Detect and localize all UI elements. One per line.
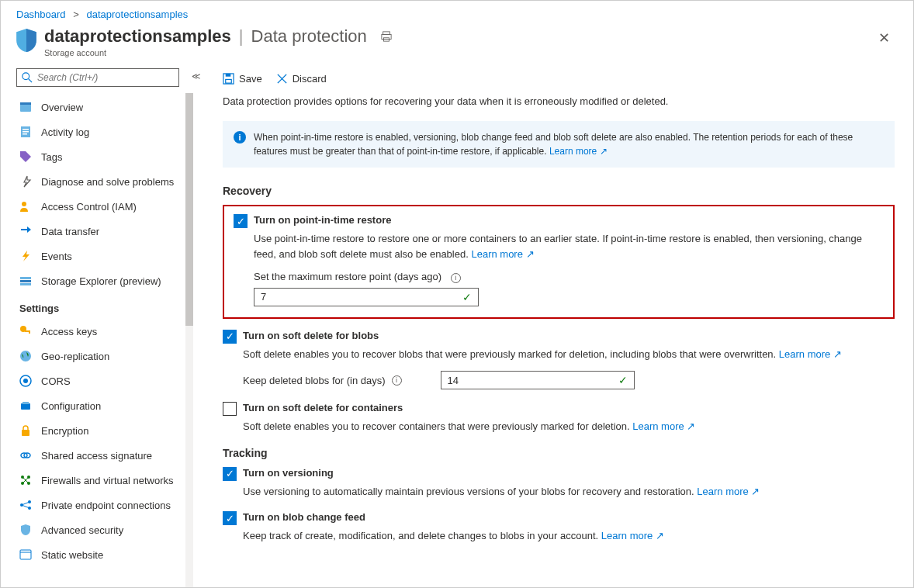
label-change-feed: Turn on blob change feed — [243, 511, 365, 523]
svg-point-11 — [22, 202, 26, 206]
lock-icon — [19, 424, 32, 437]
nav-label: Configuration — [41, 400, 101, 412]
input-pitr-days[interactable]: 7 ✓ — [254, 288, 479, 306]
nav-label: Encryption — [41, 425, 88, 437]
input-soft-delete-blobs-days[interactable]: 14 ✓ — [441, 371, 635, 389]
learn-more-soft-delete-containers[interactable]: Learn more ↗ — [632, 420, 695, 432]
checkbox-versioning[interactable]: ✓ — [223, 467, 237, 481]
svg-rect-12 — [20, 277, 31, 279]
checkbox-soft-delete-containers[interactable] — [223, 402, 237, 416]
learn-more-pitr[interactable]: Learn more ↗ — [471, 248, 534, 260]
sidebar: ≪ Overview Activity log Tags Diagnose an… — [1, 65, 201, 588]
storage-explorer-icon — [19, 275, 32, 287]
nav-label: Data transfer — [41, 226, 99, 237]
help-icon[interactable]: i — [392, 375, 402, 386]
nav-tags[interactable]: Tags — [16, 144, 195, 169]
external-link-icon: ↗ — [751, 486, 760, 497]
nav-label: Shared access signature — [41, 450, 152, 462]
configuration-icon — [19, 399, 32, 412]
nav-storage-explorer[interactable]: Storage Explorer (preview) — [16, 268, 195, 293]
nav-static-website[interactable]: Static website — [16, 542, 195, 567]
external-link-icon: ↗ — [687, 420, 695, 432]
desc-change-feed: Keep track of create, modification, and … — [243, 528, 895, 544]
desc-soft-delete-blobs: Soft delete enables you to recover blobs… — [243, 347, 895, 362]
nav-diagnose[interactable]: Diagnose and solve problems — [16, 169, 195, 194]
label-soft-delete-containers: Turn on soft delete for containers — [243, 402, 403, 413]
label-pitr: Turn on point-in-time restore — [254, 214, 391, 226]
svg-rect-13 — [20, 280, 31, 282]
svg-line-35 — [22, 502, 29, 505]
nav-label: Storage Explorer (preview) — [41, 275, 161, 287]
search-icon — [22, 72, 33, 83]
discard-label: Discard — [293, 73, 327, 85]
svg-rect-1 — [382, 34, 391, 39]
page-title-main: dataprotectionsamples — [44, 26, 231, 47]
print-icon[interactable] — [381, 31, 392, 44]
external-link-icon: ↗ — [600, 146, 608, 157]
nav-label: CORS — [41, 375, 71, 387]
sas-icon — [19, 449, 32, 462]
search-input[interactable] — [37, 72, 174, 83]
breadcrumb: Dashboard > dataprotectionsamples — [1, 1, 913, 25]
learn-more-change-feed[interactable]: Learn more ↗ — [601, 530, 664, 541]
label-soft-delete-blobs: Turn on soft delete for blobs — [243, 330, 379, 341]
nav-label: Access Control (IAM) — [41, 201, 137, 213]
breadcrumb-dashboard[interactable]: Dashboard — [16, 9, 66, 20]
external-link-icon: ↗ — [833, 348, 842, 360]
overview-icon — [19, 101, 32, 113]
desc-versioning: Use versioning to automatically maintain… — [243, 484, 895, 500]
security-icon — [19, 524, 32, 536]
chevron-right-icon: > — [73, 9, 79, 20]
cors-icon — [19, 375, 32, 387]
nav-activity-log[interactable]: Activity log — [16, 119, 195, 144]
nav-geo-replication[interactable]: Geo-replication — [16, 344, 195, 368]
nav-configuration[interactable]: Configuration — [16, 393, 195, 418]
svg-rect-23 — [22, 430, 29, 436]
checkbox-change-feed[interactable]: ✓ — [223, 511, 237, 525]
nav-data-transfer[interactable]: Data transfer — [16, 219, 195, 244]
external-link-icon: ↗ — [656, 530, 664, 541]
scrollbar-track[interactable] — [185, 93, 193, 588]
nav-label: Advanced security — [41, 524, 123, 536]
nav-private-endpoint[interactable]: Private endpoint connections — [16, 493, 195, 517]
svg-rect-6 — [20, 102, 31, 105]
search-box[interactable] — [16, 68, 179, 87]
nav-firewalls[interactable]: Firewalls and virtual networks — [16, 468, 195, 493]
nav-advanced-security[interactable]: Advanced security — [16, 517, 195, 542]
page-header: dataprotectionsamples | Data protection … — [1, 25, 913, 65]
checkbox-soft-delete-blobs[interactable]: ✓ — [223, 330, 237, 344]
shield-icon — [16, 29, 36, 52]
section-recovery-title: Recovery — [223, 185, 895, 197]
svg-rect-41 — [226, 74, 231, 77]
banner-learn-more-link[interactable]: Learn more ↗ — [549, 146, 608, 157]
nav-access-keys[interactable]: Access keys — [16, 319, 195, 344]
breadcrumb-resource[interactable]: dataprotectionsamples — [86, 9, 188, 20]
nav-encryption[interactable]: Encryption — [16, 418, 195, 443]
help-icon[interactable]: i — [451, 273, 461, 283]
discard-button[interactable]: Discard — [276, 73, 327, 85]
nav-iam[interactable]: Access Control (IAM) — [16, 194, 195, 219]
input-value: 7 — [261, 291, 266, 303]
field-label-pitr: Set the maximum restore point (days ago) — [254, 271, 441, 282]
option-soft-delete-containers: Turn on soft delete for containers Soft … — [223, 402, 895, 434]
save-button[interactable]: Save — [223, 73, 262, 85]
tags-icon — [19, 150, 32, 163]
nav-label: Overview — [41, 102, 83, 113]
learn-more-soft-delete-blobs[interactable]: Learn more ↗ — [779, 348, 842, 360]
close-button[interactable]: ✕ — [878, 29, 890, 47]
svg-rect-17 — [29, 330, 30, 334]
desc-soft-delete-containers: Soft delete enables you to recover conta… — [243, 419, 895, 434]
events-icon — [19, 250, 32, 262]
nav-sas[interactable]: Shared access signature — [16, 443, 195, 468]
page-subtitle: Storage account — [44, 48, 392, 57]
nav-label: Events — [41, 251, 72, 262]
nav-cors[interactable]: CORS — [16, 368, 195, 393]
nav-overview[interactable]: Overview — [16, 95, 195, 119]
scrollbar-thumb[interactable] — [185, 93, 193, 326]
key-icon — [19, 325, 32, 337]
checkbox-pitr[interactable]: ✓ — [234, 214, 248, 228]
learn-more-versioning[interactable]: Learn more ↗ — [697, 486, 760, 497]
collapse-sidebar-icon[interactable]: ≪ — [192, 71, 201, 81]
nav-events[interactable]: Events — [16, 244, 195, 268]
option-soft-delete-blobs: ✓ Turn on soft delete for blobs Soft del… — [223, 330, 895, 390]
